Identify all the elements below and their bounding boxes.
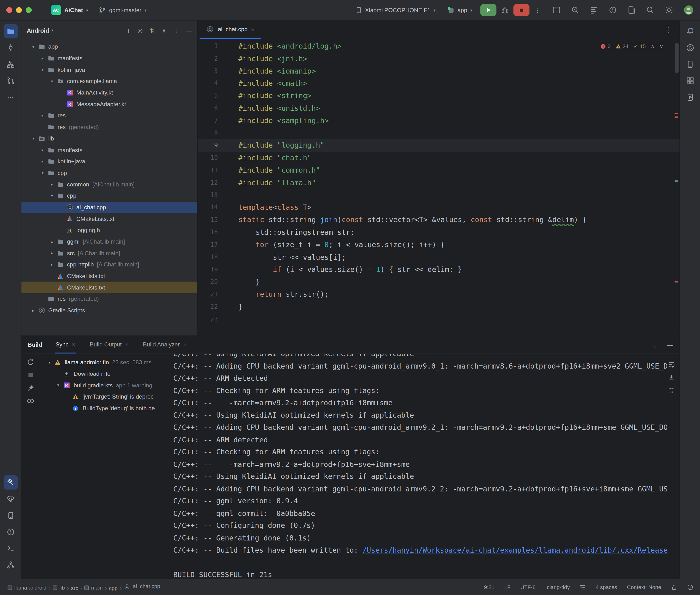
stripe-change-mark[interactable] <box>674 180 678 182</box>
chevron-down-icon[interactable]: ▾ <box>39 67 47 72</box>
breadcrumb-item-main[interactable]: main <box>84 585 103 591</box>
device-selector[interactable]: Xiaomi POCOPHONE F1 ▾ <box>352 5 439 15</box>
tree-item-src[interactable]: ▸src[AiChat.lib.main] <box>22 247 197 259</box>
build-tab-build-output[interactable]: Build Output× <box>89 336 130 353</box>
chevron-down-icon[interactable]: ▾ <box>39 171 47 175</box>
tree-item-res[interactable]: ▸res <box>22 110 197 121</box>
tree-item-ai-chat-cpp[interactable]: Cai_chat.cpp <box>22 202 197 213</box>
tree-item-res[interactable]: res(generated) <box>22 293 197 305</box>
macos-minimize-button[interactable] <box>16 7 22 13</box>
build-tree-item-jvmtarget-string-is-deprec[interactable]: 'jvmTarget: String' is deprec <box>39 391 170 402</box>
stripe-error-mark[interactable] <box>674 281 678 283</box>
locate-file-icon[interactable]: ◎ <box>138 27 143 34</box>
close-icon[interactable]: × <box>183 341 187 348</box>
tree-item-manifests[interactable]: ▸manifests <box>22 144 197 156</box>
build-console[interactable]: C/C++: -- Using KleidiAI optimized kerne… <box>170 354 679 579</box>
code-line-6[interactable]: 6#include <unistd.h> <box>198 102 679 115</box>
chevron-down-icon[interactable]: ▾ <box>48 194 56 198</box>
profile-avatar[interactable] <box>683 5 694 15</box>
build-toolwindow-button[interactable] <box>3 475 18 489</box>
close-icon[interactable]: × <box>251 26 255 33</box>
code-line-8[interactable]: 8 <box>198 127 679 139</box>
code-line-23[interactable]: 23 <box>198 313 679 325</box>
code-line-7[interactable]: 7#include <sampling.h> <box>198 115 679 127</box>
build-tree-item-buildtype-debug-is-both-de[interactable]: BuildType 'debug' is both de <box>39 402 170 414</box>
code-line-3[interactable]: 3#include <iomanip> <box>198 65 679 77</box>
code-line-12[interactable]: 12#include "llama.h" <box>198 177 679 189</box>
chevron-right-icon[interactable]: ▸ <box>39 56 47 60</box>
profiler-button[interactable] <box>571 6 580 14</box>
breadcrumb-item-llama-android[interactable]: llama.android <box>8 585 47 591</box>
code-line-21[interactable]: 21 return str.str(); <box>198 288 679 301</box>
chevron-down-icon[interactable]: ▾ <box>48 79 56 84</box>
code-line-13[interactable]: 13 <box>198 189 679 201</box>
code-line-11[interactable]: 11#include "common.h" <box>198 164 679 177</box>
clear-console-button[interactable] <box>668 387 675 394</box>
code-line-9[interactable]: 9#include "logging.h" <box>198 140 679 152</box>
gradle-toolwindow-button[interactable]: G <box>683 41 697 55</box>
editor-options-icon[interactable]: ⋮ <box>665 26 671 34</box>
scroll-to-end-button[interactable] <box>668 374 675 381</box>
tree-item-gradle-scripts[interactable]: ▸GGradle Scripts <box>22 305 197 316</box>
code-line-2[interactable]: 2#include <jni.h> <box>198 53 679 65</box>
editor-tab-ai_chat-cpp[interactable]: C ai_chat.cpp × <box>200 21 260 39</box>
inspections-widget[interactable]: 3 24 ✓ 15 ∧ ∨ <box>598 42 666 51</box>
add-icon[interactable]: + <box>127 27 130 34</box>
hide-panel-icon[interactable]: — <box>186 27 192 34</box>
breadcrumb-item-lib[interactable]: lib <box>53 585 65 591</box>
code-area[interactable]: 1#include <android/log.h>2#include <jni.… <box>198 39 679 336</box>
macos-close-button[interactable] <box>6 7 12 13</box>
code-line-17[interactable]: 17 for (size_t i = 0; i < values.size();… <box>198 238 679 251</box>
more-actions-icon[interactable]: ⋮ <box>534 6 541 14</box>
chevron-right-icon[interactable]: ▸ <box>48 182 56 187</box>
status-notifications-button[interactable] <box>687 584 693 590</box>
build-tree-item-build-gradle-kts[interactable]: ▾Kbuild.gradle.ktsapp 1 warning <box>39 379 170 391</box>
tree-item-cpp-httplib[interactable]: ▸cpp-httplib[AiChat.lib.main] <box>22 259 197 270</box>
code-line-16[interactable]: 16 std::ostringstream str; <box>198 226 679 238</box>
running-devices-toolwindow-button[interactable] <box>683 90 697 105</box>
branch-selector[interactable]: ggml-master ▾ <box>95 5 150 16</box>
build-tab-sync[interactable]: Sync× <box>55 336 77 353</box>
tree-item-res[interactable]: res(generated) <box>22 121 197 133</box>
tree-item-cmakelists-txt[interactable]: CMakeLists.txt <box>22 213 197 225</box>
stop-button[interactable] <box>513 4 529 16</box>
code-line-4[interactable]: 4#include <cmath> <box>198 77 679 90</box>
layout-inspector-button[interactable] <box>552 6 561 14</box>
editor-scrollbar-thumb[interactable] <box>675 43 678 73</box>
chevron-right-icon[interactable]: ▸ <box>48 262 56 267</box>
encoding-indicator[interactable]: UTF-8 <box>521 584 536 590</box>
structure-toolwindow-button[interactable] <box>3 57 18 72</box>
collapse-all-icon[interactable]: ∧ <box>162 27 166 34</box>
resource-manager-toolwindow-button[interactable] <box>683 74 697 88</box>
hide-build-panel-icon[interactable]: — <box>667 341 673 348</box>
chevron-right-icon[interactable]: ▸ <box>39 113 47 118</box>
run-config-selector[interactable]: app ▾ <box>444 5 476 16</box>
tree-item-cmakelists-txt[interactable]: CMakeLists.txt <box>22 270 197 282</box>
more-toolwindows-button[interactable]: ⋯ <box>3 90 18 105</box>
clang-tidy-indicator[interactable]: .clang-tidy <box>545 584 570 590</box>
project-view-mode[interactable]: Android <box>27 27 49 34</box>
chevron-right-icon[interactable]: ▸ <box>30 308 37 313</box>
tree-item-common[interactable]: ▸common[AiChat.lib.main] <box>22 178 197 190</box>
chevron-right-icon[interactable]: ▸ <box>39 148 47 152</box>
expand-all-icon[interactable]: ⇅ <box>150 27 155 34</box>
code-line-22[interactable]: 22} <box>198 301 679 313</box>
chevron-down-icon[interactable]: ▾ <box>30 136 37 141</box>
app-inspection-toolwindow-button[interactable] <box>3 492 18 506</box>
passed-count[interactable]: ✓ 15 <box>634 43 646 50</box>
build-options-icon[interactable]: ⋮ <box>652 341 658 348</box>
notifications-button[interactable] <box>683 24 697 38</box>
problems-toolwindow-button[interactable] <box>3 525 18 539</box>
next-problem-icon[interactable]: ∨ <box>660 43 663 50</box>
previous-problem-icon[interactable]: ∧ <box>651 43 654 50</box>
context-indicator[interactable]: Context: None <box>627 584 661 590</box>
code-line-18[interactable]: 18 str << values[i]; <box>198 251 679 263</box>
project-toolwindow-button[interactable] <box>3 24 18 38</box>
tree-item-logging-h[interactable]: Hlogging.h <box>22 225 197 236</box>
tree-item-cpp[interactable]: ▾cpp <box>22 190 197 201</box>
code-line-15[interactable]: 15static std::string join(const std::vec… <box>198 214 679 226</box>
commit-toolwindow-button[interactable] <box>3 41 18 55</box>
inspect-button[interactable] <box>27 397 34 405</box>
indent-indicator[interactable]: 4 spaces <box>596 584 617 590</box>
build-output-link[interactable]: /Users/hanyin/Workspace/ai-chat/examples… <box>363 546 668 554</box>
